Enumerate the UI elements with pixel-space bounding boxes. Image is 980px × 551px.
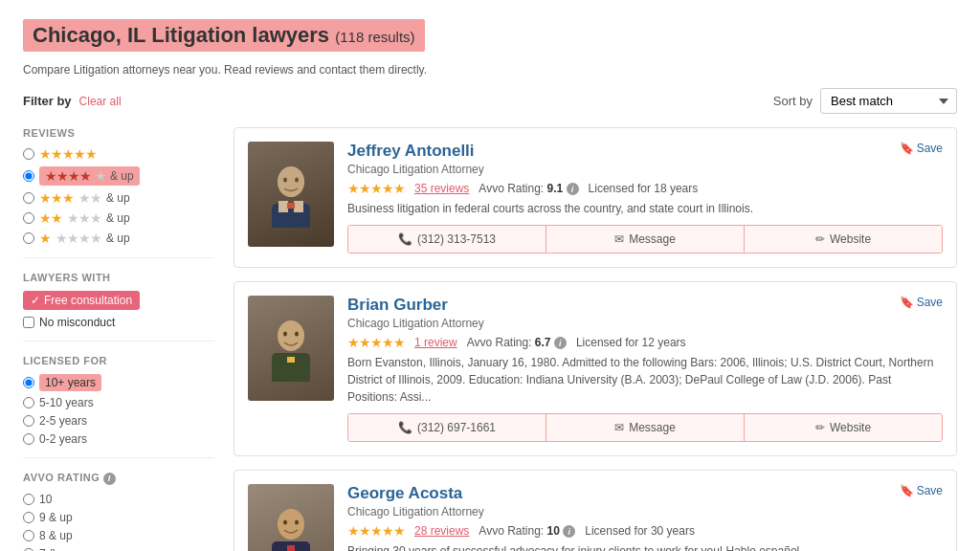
save-button-1[interactable]: 🔖 Save [900, 142, 943, 155]
licensed-10-plus[interactable]: 10+ years [23, 374, 214, 391]
lawyer-photo-3 [248, 484, 334, 551]
radio-avvo-10[interactable] [23, 494, 34, 505]
avvo-rating-3: Avvo Rating: 10 i [479, 524, 575, 539]
svg-rect-12 [287, 357, 295, 363]
save-icon-1: 🔖 [900, 142, 914, 155]
reviews-link-1[interactable]: 35 reviews [414, 182, 469, 195]
photo-placeholder-2 [248, 296, 334, 401]
website-icon-2: ✏ [815, 421, 825, 434]
reviews-link-2[interactable]: 1 review [414, 336, 457, 349]
lawyer-info-1: Jeffrey Antonelli 🔖 Save Chicago Litigat… [347, 142, 943, 253]
radio-avvo-8[interactable] [23, 530, 34, 541]
radio-licensed-2-5[interactable] [23, 415, 34, 427]
avvo-info-icon-3[interactable]: i [563, 525, 575, 538]
free-consultation-chip[interactable]: ✓ Free consultation [23, 291, 140, 310]
lawyer-info-2: Brian Gurber 🔖 Save Chicago Litigation A… [347, 296, 943, 442]
website-icon-1: ✏ [815, 232, 825, 246]
save-button-3[interactable]: 🔖 Save [900, 484, 943, 497]
filter-bar: Filter by Clear all Sort by Best match M… [23, 88, 957, 114]
save-icon-2: 🔖 [900, 296, 914, 309]
phone-button-2[interactable]: 📞 (312) 697-1661 [348, 414, 546, 441]
avvo-info-icon-2[interactable]: i [554, 337, 567, 349]
avvo-8-up[interactable]: 8 & up [23, 529, 214, 542]
radio-5-stars[interactable] [23, 148, 34, 160]
stars-display-2: ★★★★★ [347, 335, 405, 350]
lawyer-name-row-1: Jeffrey Antonelli 🔖 Save [347, 142, 943, 161]
message-button-1[interactable]: ✉ Message [546, 226, 745, 253]
page-subtitle: Compare Litigation attorneys near you. R… [23, 63, 957, 77]
reviews-section-title: REVIEWS [23, 127, 214, 139]
reviews-link-3[interactable]: 28 reviews [414, 524, 469, 538]
page-title: Chicago, IL Litigation lawyers (118 resu… [23, 19, 425, 52]
lawyer-title-3: Chicago Litigation Attorney [347, 505, 943, 518]
avvo-7-up[interactable]: 7 & up [23, 547, 214, 552]
radio-avvo-7[interactable] [23, 548, 34, 552]
licensed-0-2[interactable]: 0-2 years [23, 432, 214, 446]
lawyer-card-1: Jeffrey Antonelli 🔖 Save Chicago Litigat… [234, 127, 957, 268]
svg-point-11 [295, 332, 299, 337]
no-misconduct-label: No misconduct [39, 316, 115, 329]
svg-point-10 [283, 332, 287, 337]
lawyer-card-3: George Acosta 🔖 Save Chicago Litigation … [234, 470, 957, 551]
filter-4-stars[interactable]: ★★★★★ & up [23, 166, 214, 186]
avvo-rating-title: AVVO RATING i [23, 472, 214, 485]
svg-point-15 [283, 520, 287, 525]
website-label-2: Website [830, 421, 871, 434]
radio-3-stars[interactable] [23, 192, 34, 204]
radio-2-stars[interactable] [23, 212, 34, 224]
bio-1: Business litigation in federal courts ac… [347, 200, 943, 217]
svg-rect-17 [287, 545, 295, 551]
sort-select[interactable]: Best match Most reviews Highest rated Mo… [820, 88, 957, 114]
results-area: Jeffrey Antonelli 🔖 Save Chicago Litigat… [234, 127, 957, 551]
radio-4-stars[interactable] [23, 170, 34, 182]
phone-button-1[interactable]: 📞 (312) 313-7513 [348, 226, 546, 253]
save-label-1: Save [917, 142, 943, 155]
main-layout: REVIEWS ★★★★★ ★★★★★ & up ★★★★★ & up [23, 127, 957, 551]
divider-1 [23, 257, 214, 258]
free-consultation-filter[interactable]: ✓ Free consultation [23, 291, 214, 310]
save-label-2: Save [917, 296, 943, 309]
lawyer-name-2[interactable]: Brian Gurber [347, 296, 448, 315]
save-button-2[interactable]: 🔖 Save [900, 296, 943, 309]
lawyer-name-row-3: George Acosta 🔖 Save [347, 484, 943, 503]
svg-point-5 [283, 178, 287, 183]
stars-2-empty: ★★★ [67, 210, 101, 226]
selected-licensed-chip: 10+ years [39, 374, 101, 391]
page-wrapper: Chicago, IL Litigation lawyers (118 resu… [0, 0, 980, 551]
filter-1-stars[interactable]: ★★★★★ & up [23, 231, 214, 246]
avvo-10[interactable]: 10 [23, 493, 214, 506]
lawyer-info-3: George Acosta 🔖 Save Chicago Litigation … [347, 484, 943, 551]
photo-placeholder-1 [248, 142, 334, 247]
rating-row-1: ★★★★★ 35 reviews Avvo Rating: 9.1 i Lice… [347, 181, 943, 196]
avvo-9-up[interactable]: 9 & up [23, 511, 214, 524]
svg-point-9 [278, 320, 304, 351]
filter-3-stars[interactable]: ★★★★★ & up [23, 190, 214, 206]
radio-licensed-0-2[interactable] [23, 433, 34, 445]
licensed-2-5[interactable]: 2-5 years [23, 414, 214, 428]
message-button-2[interactable]: ✉ Message [546, 414, 745, 441]
avvo-value-1: 9.1 [547, 182, 564, 195]
avvo-info-icon-1[interactable]: i [567, 183, 579, 195]
radio-1-stars[interactable] [23, 232, 34, 244]
website-button-2[interactable]: ✏ Website [745, 414, 942, 441]
clear-all-button[interactable]: Clear all [79, 95, 122, 108]
filter-2-stars[interactable]: ★★★★★ & up [23, 210, 214, 226]
filter-5-stars[interactable]: ★★★★★ [23, 146, 214, 162]
divider-2 [23, 341, 214, 342]
radio-licensed-5-10[interactable] [23, 397, 34, 408]
svg-rect-2 [278, 201, 288, 212]
lawyer-name-1[interactable]: Jeffrey Antonelli [347, 142, 475, 161]
licensed-2: Licensed for 12 years [576, 336, 686, 349]
avvo-info-icon[interactable]: i [103, 473, 116, 485]
lawyer-name-3[interactable]: George Acosta [347, 484, 462, 503]
check-icon: ✓ [31, 294, 40, 307]
phone-number-2: (312) 697-1661 [417, 421, 496, 434]
no-misconduct-filter[interactable]: No misconduct [23, 316, 214, 329]
no-misconduct-checkbox[interactable] [23, 317, 34, 328]
licensed-5-10[interactable]: 5-10 years [23, 396, 214, 409]
radio-avvo-9[interactable] [23, 512, 34, 523]
radio-licensed-10[interactable] [23, 377, 34, 388]
website-button-1[interactable]: ✏ Website [745, 226, 942, 253]
photo-placeholder-3 [248, 484, 334, 551]
stars-3-empty: ★★ [78, 190, 101, 206]
